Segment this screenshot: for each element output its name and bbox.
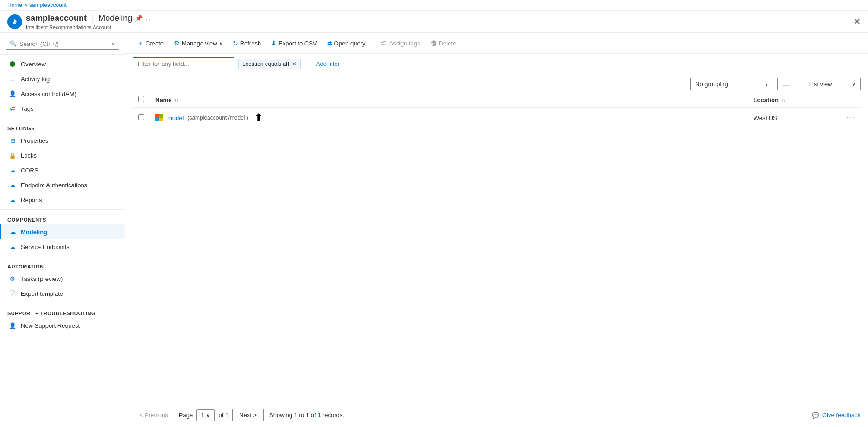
select-all-checkbox[interactable] [138, 96, 144, 102]
app-logo [7, 14, 22, 29]
top-bar: sampleaccount | Modeling 📌 ... Intellige… [0, 11, 868, 33]
breadcrumb-account[interactable]: sampleaccount [29, 2, 67, 8]
feedback-icon: 💬 [812, 412, 819, 419]
pagination-bar: < Previous Page 1 ∨ of 1 Next > Showing … [125, 403, 868, 427]
open-query-button[interactable]: ⇄ Open query [323, 38, 370, 49]
create-icon: ＋ [137, 39, 144, 47]
sidebar-item-modeling[interactable]: ☁ Modeling [0, 224, 125, 239]
col-location-label: Location [754, 96, 779, 103]
sidebar-item-service-endpoints[interactable]: ☁ Service Endpoints [0, 239, 125, 254]
filter-tag-text: Location equals all [242, 61, 289, 67]
cors-icon: ☁ [9, 166, 16, 174]
locks-icon: 🔒 [9, 152, 16, 159]
create-label: Create [146, 40, 164, 47]
tasks-icon: ⚙ [9, 275, 16, 282]
sidebar-item-cors[interactable]: ☁ CORS [0, 163, 125, 178]
tags-icon: 🏷 [9, 105, 16, 112]
next-button[interactable]: Next > [232, 409, 264, 421]
search-input[interactable] [19, 40, 108, 47]
sidebar-item-label: Endpoint Authentications [21, 182, 87, 189]
page-dropdown-arrow: ∨ [206, 412, 210, 419]
grouping-chevron-icon: ∨ [765, 81, 768, 87]
previous-button[interactable]: < Previous [133, 409, 175, 421]
azure-logo-icon [10, 17, 20, 27]
filter-input[interactable] [133, 57, 234, 70]
sidebar-item-locks[interactable]: 🔒 Locks [0, 148, 125, 163]
overview-icon [9, 60, 16, 68]
account-name: sampleaccount [26, 13, 87, 23]
manage-view-button[interactable]: ⚙ Manage view ∨ [169, 37, 227, 49]
sidebar-item-label: Locks [21, 152, 37, 159]
support-section-label: Support + troubleshooting [0, 305, 125, 318]
header-location-cell[interactable]: Location ↑↓ [748, 92, 841, 108]
assign-tags-icon: 🏷 [380, 39, 387, 47]
table-row: model (sampleaccount /model ) ⬆ West US … [133, 108, 861, 128]
support-icon: 👤 [9, 322, 16, 329]
delete-label: Delete [439, 40, 456, 47]
view-controls: No grouping ∨ ≡≡ List view ∨ [125, 74, 868, 92]
collapse-sidebar-button[interactable]: « [111, 40, 115, 47]
sidebar-item-label: CORS [21, 167, 38, 174]
open-query-label: Open query [334, 40, 366, 47]
search-box-container: 🔍 « [6, 38, 119, 50]
sidebar-item-activity-log[interactable]: ≡ Activity log [0, 71, 125, 86]
close-button[interactable]: ✕ [854, 17, 861, 27]
sidebar-item-endpoint-auth[interactable]: ☁ Endpoint Authentications [0, 178, 125, 192]
sidebar-item-access-control[interactable]: 👤 Access control (IAM) [0, 86, 125, 101]
assign-tags-button[interactable]: 🏷 Assign tags [376, 37, 424, 49]
content-area: ＋ Create ⚙ Manage view ∨ ↻ Refresh ⬇ Exp… [125, 33, 868, 427]
page-number-dropdown[interactable]: 1 ∨ [196, 409, 215, 421]
sidebar-item-export-template[interactable]: 📄 Export template [0, 286, 125, 301]
resources-table: Name ↑↓ Location ↑↓ [133, 92, 861, 128]
manage-view-label: Manage view [182, 40, 217, 47]
manage-view-chevron: ∨ [219, 41, 222, 46]
create-button[interactable]: ＋ Create [133, 37, 168, 50]
page-of-label: of 1 [218, 412, 228, 419]
sidebar-item-tags[interactable]: 🏷 Tags [0, 101, 125, 116]
toolbar-divider [373, 38, 373, 49]
delete-button[interactable]: 🗑 Delete [426, 37, 461, 49]
grouping-dropdown[interactable]: No grouping ∨ [690, 78, 773, 90]
more-icon[interactable]: ... [146, 14, 154, 22]
row-name-cell: model (sampleaccount /model ) ⬆ [150, 108, 748, 128]
sidebar: 🔍 « Overview ≡ Activity log 👤 Access con… [0, 33, 125, 427]
assign-tags-label: Assign tags [389, 40, 420, 47]
sidebar-item-label: Service Endpoints [21, 243, 70, 250]
resource-path: (sampleaccount /model ) [187, 115, 248, 121]
pin-icon[interactable]: 📌 [135, 14, 143, 22]
endpoint-auth-icon: ☁ [9, 181, 16, 189]
sidebar-item-label: Overview [21, 61, 46, 68]
sidebar-item-properties[interactable]: ⊞ Properties [0, 133, 125, 148]
page-label: Page [179, 412, 193, 419]
row-actions-cell: ··· [841, 108, 861, 128]
export-csv-button[interactable]: ⬇ Export to CSV [266, 37, 321, 49]
name-sort-icon: ↑↓ [174, 98, 179, 103]
sidebar-item-tasks[interactable]: ⚙ Tasks (preview) [0, 271, 125, 286]
page-title: Modeling [98, 13, 132, 23]
filter-tag-close-icon[interactable]: ✕ [292, 61, 297, 67]
header-name-cell[interactable]: Name ↑↓ [150, 92, 748, 108]
sidebar-item-label: Tags [21, 105, 33, 112]
sidebar-item-overview[interactable]: Overview [0, 57, 125, 71]
refresh-icon: ↻ [233, 39, 238, 47]
sidebar-item-reports[interactable]: ☁ Reports [0, 192, 125, 207]
give-feedback-button[interactable]: 💬 Give feedback [812, 412, 861, 419]
sidebar-item-label: Activity log [21, 76, 50, 83]
breadcrumb: Home > sampleaccount [0, 0, 868, 11]
row-checkbox[interactable] [138, 114, 144, 120]
title-separator: | [91, 13, 94, 24]
view-type-dropdown[interactable]: ≡≡ List view ∨ [777, 78, 861, 90]
manage-view-icon: ⚙ [174, 39, 180, 47]
export-csv-icon: ⬇ [271, 39, 277, 47]
refresh-button[interactable]: ↻ Refresh [228, 37, 266, 49]
view-type-label: List view [809, 81, 832, 88]
open-query-icon: ⇄ [327, 40, 332, 47]
resource-name-link[interactable]: model [167, 115, 184, 121]
breadcrumb-separator: > [24, 2, 27, 8]
row-more-actions-button[interactable]: ··· [846, 114, 855, 121]
breadcrumb-home[interactable]: Home [7, 2, 22, 8]
current-page-number: 1 [201, 412, 204, 419]
sidebar-item-new-support[interactable]: 👤 New Support Request [0, 318, 125, 333]
add-filter-button[interactable]: ＋ Add filter [304, 58, 343, 70]
sidebar-item-label: New Support Request [21, 322, 80, 329]
